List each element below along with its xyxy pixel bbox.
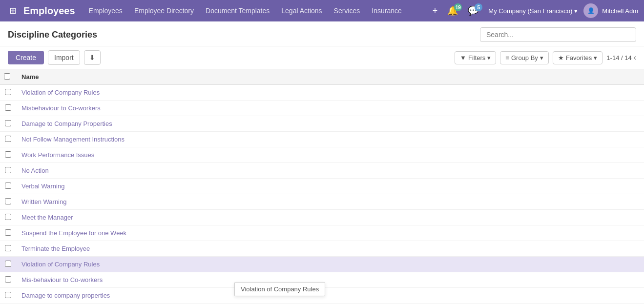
message-badge: 5 <box>475 3 482 11</box>
row-checkbox[interactable] <box>5 151 11 158</box>
table-row: Damage to Company Properties <box>0 116 644 132</box>
table-row: Damage to company properties <box>0 288 644 304</box>
left-actions: Create Import ⬇ <box>8 50 101 65</box>
row-name[interactable]: Terminate the Employee <box>16 241 644 257</box>
row-checkbox[interactable] <box>5 167 11 173</box>
row-checkbox[interactable] <box>5 89 11 95</box>
right-actions: ▼ Filters ▾ ≡ Group By ▾ ★ Favorites ▾ 1… <box>455 51 636 64</box>
row-checkbox-cell <box>0 116 16 132</box>
download-icon: ⬇ <box>89 54 95 61</box>
table-row: No Action <box>0 163 644 179</box>
chevron-down-icon: ▾ <box>594 54 597 61</box>
download-button[interactable]: ⬇ <box>84 50 101 65</box>
row-name[interactable]: Misbehaviour to Co-workers <box>16 101 644 116</box>
filter-icon: ▼ <box>460 54 466 61</box>
row-checkbox[interactable] <box>5 182 11 189</box>
row-checkbox-cell <box>0 241 16 257</box>
row-checkbox[interactable] <box>5 120 11 126</box>
chevron-down-icon: ▾ <box>574 7 578 15</box>
row-name[interactable]: Work Performance Issues <box>16 147 644 163</box>
row-name[interactable]: Mis-behaviour to Co-workers <box>16 272 644 288</box>
table-row: Violation of Company Rules <box>0 257 644 272</box>
row-checkbox[interactable] <box>5 229 11 236</box>
pagination: 1-14 / 14 ‹ <box>606 53 636 62</box>
topnav-actions: + 🔔 19 💬 5 My Company (San Francisco) ▾ … <box>429 3 640 18</box>
table-header-row: Name <box>0 69 644 85</box>
top-navbar: ⊞ Employees Employees Employee Directory… <box>0 0 644 21</box>
row-name[interactable]: Violation of Company Rules <box>16 257 644 272</box>
row-name[interactable]: Damage to Company Properties <box>16 116 644 132</box>
row-checkbox[interactable] <box>5 292 11 298</box>
table-row: Verbal Warning <box>0 179 644 194</box>
row-checkbox[interactable] <box>5 198 11 204</box>
group-by-button[interactable]: ≡ Group By ▾ <box>500 51 549 64</box>
row-name[interactable]: Written Warning <box>16 194 644 210</box>
page-toolbar: Discipline Categories <box>0 21 644 46</box>
grid-icon[interactable]: ⊞ <box>4 2 21 20</box>
table-row: Meet the Manager <box>0 210 644 225</box>
row-checkbox[interactable] <box>5 214 11 220</box>
nav-employees[interactable]: Employees <box>83 0 128 21</box>
row-checkbox-cell <box>0 225 16 241</box>
row-name[interactable]: Violation of Company Rules <box>16 85 644 101</box>
notification-button[interactable]: 🔔 19 <box>443 3 462 18</box>
row-name[interactable]: Damage to company properties <box>16 288 644 304</box>
row-checkbox[interactable] <box>5 245 11 251</box>
nav-links: Employees Employee Directory Document Te… <box>83 0 429 21</box>
select-all-checkbox[interactable] <box>4 73 10 80</box>
action-bar: Create Import ⬇ ▼ Filters ▾ ≡ Group By ▾… <box>0 46 644 69</box>
row-name[interactable]: Meet the Manager <box>16 210 644 225</box>
row-checkbox[interactable] <box>5 104 11 111</box>
chevron-down-icon: ▾ <box>487 54 491 61</box>
user-name[interactable]: Mitchell Adm <box>600 7 640 15</box>
row-checkbox-cell <box>0 163 16 179</box>
row-checkbox[interactable] <box>5 276 11 283</box>
discipline-table: Name Violation of Company Rules Misbehav… <box>0 69 644 304</box>
main-content: Discipline Categories Create Import ⬇ ▼ … <box>0 21 644 304</box>
header-checkbox-cell <box>0 69 16 85</box>
row-checkbox-cell <box>0 210 16 225</box>
pagination-back-arrow[interactable]: ‹ <box>634 53 636 62</box>
row-checkbox-cell <box>0 101 16 116</box>
add-button[interactable]: + <box>429 4 442 18</box>
company-selector[interactable]: My Company (San Francisco) ▾ <box>484 7 582 15</box>
nav-document-templates[interactable]: Document Templates <box>200 0 275 21</box>
row-checkbox-cell <box>0 85 16 101</box>
name-column-header: Name <box>16 69 644 85</box>
table-body: Violation of Company Rules Misbehaviour … <box>0 85 644 304</box>
table-row: Work Performance Issues <box>0 147 644 163</box>
star-icon: ★ <box>558 54 564 61</box>
page-title: Discipline Categories <box>8 30 97 40</box>
nav-insurance[interactable]: Insurance <box>366 0 407 21</box>
row-checkbox[interactable] <box>5 261 11 267</box>
table-row: Written Warning <box>0 194 644 210</box>
table-container: Name Violation of Company Rules Misbehav… <box>0 69 644 304</box>
filters-button[interactable]: ▼ Filters ▾ <box>455 51 496 64</box>
row-checkbox-cell <box>0 194 16 210</box>
row-name[interactable]: No Action <box>16 163 644 179</box>
row-checkbox-cell <box>0 132 16 147</box>
avatar[interactable]: 👤 <box>583 3 598 18</box>
message-button[interactable]: 💬 5 <box>464 3 482 18</box>
table-row: Terminate the Employee <box>0 241 644 257</box>
row-checkbox-cell <box>0 179 16 194</box>
import-button[interactable]: Import <box>48 50 80 65</box>
chevron-down-icon: ▾ <box>540 54 543 61</box>
row-name[interactable]: Suspend the Employee for one Week <box>16 225 644 241</box>
row-checkbox-cell <box>0 272 16 288</box>
nav-employee-directory[interactable]: Employee Directory <box>128 0 200 21</box>
row-name[interactable]: Not Follow Management Instructions <box>16 132 644 147</box>
table-row: Not Follow Management Instructions <box>0 132 644 147</box>
search-input[interactable] <box>480 27 636 42</box>
notification-badge: 19 <box>454 3 462 11</box>
nav-legal-actions[interactable]: Legal Actions <box>275 0 328 21</box>
table-row: Misbehaviour to Co-workers <box>0 101 644 116</box>
nav-services[interactable]: Services <box>328 0 366 21</box>
favorites-button[interactable]: ★ Favorites ▾ <box>553 51 602 64</box>
row-checkbox[interactable] <box>5 136 11 142</box>
row-checkbox-cell <box>0 147 16 163</box>
row-name[interactable]: Verbal Warning <box>16 179 644 194</box>
create-button[interactable]: Create <box>8 51 44 64</box>
table-row: Suspend the Employee for one Week <box>0 225 644 241</box>
row-checkbox-cell <box>0 257 16 272</box>
